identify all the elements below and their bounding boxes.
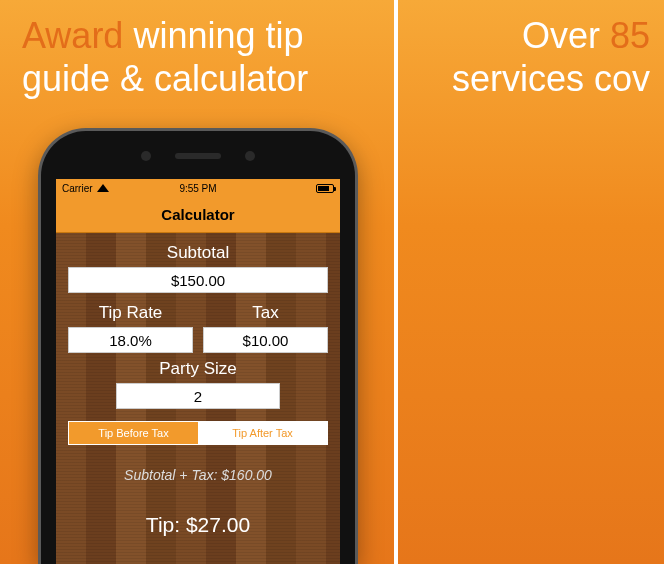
tax-label: Tax <box>203 303 328 323</box>
party-input[interactable]: 2 <box>116 383 280 409</box>
tiprate-input[interactable]: 18.0% <box>68 327 193 353</box>
headline-pre: Over <box>522 15 610 56</box>
tiprate-label: Tip Rate <box>68 303 193 323</box>
promo-panel-right: Over 85 services cov Carrier 9:49 PM U.S… <box>398 0 664 564</box>
tax-input[interactable]: $10.00 <box>203 327 328 353</box>
seg-before-tax[interactable]: Tip Before Tax <box>69 422 198 444</box>
battery-icon <box>316 184 334 193</box>
wifi-icon <box>97 182 109 192</box>
headline-right: Over 85 services cov <box>398 0 664 100</box>
subtotal-input[interactable]: $150.00 <box>68 267 328 293</box>
seg-after-tax[interactable]: Tip After Tax <box>198 422 327 444</box>
subtotal-label: Subtotal <box>68 243 328 263</box>
navbar-title: Calculator <box>56 197 340 233</box>
tip-amount: Tip: $27.00 <box>68 513 328 537</box>
status-bar: Carrier 9:55 PM <box>56 179 340 197</box>
screen-calculator: Carrier 9:55 PM Calculator Subtotal $150… <box>56 179 340 564</box>
tip-timing-segment[interactable]: Tip Before Tax Tip After Tax <box>68 421 328 445</box>
party-label: Party Size <box>68 359 328 379</box>
subtotal-plus-tax: Subtotal + Tax: $160.00 <box>68 467 328 483</box>
status-time: 9:55 PM <box>179 183 216 194</box>
headline-post: services cov <box>452 58 650 99</box>
promo-panel-left: Award winning tip guide & calculator Car… <box>0 0 396 564</box>
phone-left: Carrier 9:55 PM Calculator Subtotal $150… <box>38 128 358 564</box>
headline-left: Award winning tip guide & calculator <box>0 0 394 100</box>
carrier-label: Carrier <box>62 183 93 194</box>
headline-accent: Award <box>22 15 123 56</box>
headline-accent: 85 <box>610 15 650 56</box>
